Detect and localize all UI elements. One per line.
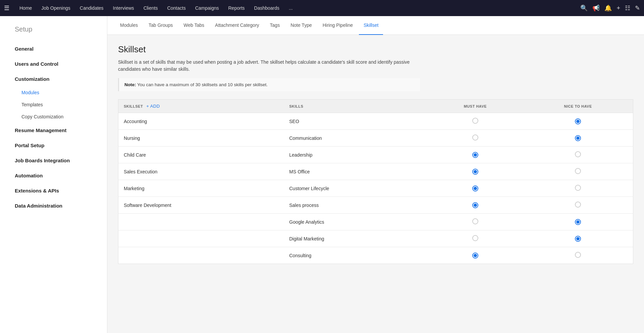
must-have-cell[interactable] xyxy=(428,163,523,180)
table-row: Digital Marketing xyxy=(118,230,633,247)
skillset-cell xyxy=(118,230,284,247)
must-have-radio[interactable] xyxy=(472,202,478,208)
nice-to-have-cell[interactable] xyxy=(523,113,633,130)
add-skillset-button[interactable]: + Add xyxy=(146,104,160,109)
nice-to-have-radio[interactable] xyxy=(575,185,581,191)
sidebar-item-job-boards-integration[interactable]: Job Boards Integration xyxy=(0,153,107,168)
skill-cell: MS Office xyxy=(284,163,427,180)
tab-tags[interactable]: Tags xyxy=(265,16,285,35)
nav-clients[interactable]: Clients xyxy=(139,0,163,16)
sidebar-item-automation[interactable]: Automation xyxy=(0,168,107,183)
must-have-cell[interactable] xyxy=(428,130,523,147)
tab-attachment-category[interactable]: Attachment Category xyxy=(210,16,264,35)
sidebar-item-users-and-control[interactable]: Users and Control xyxy=(0,56,107,71)
nice-to-have-radio[interactable] xyxy=(575,118,581,124)
nav-candidates[interactable]: Candidates xyxy=(75,0,108,16)
nice-to-have-radio[interactable] xyxy=(575,202,581,208)
tabs-bar: Modules Tab Groups Web Tabs Attachment C… xyxy=(107,16,644,35)
sidebar-item-templates[interactable]: Templates xyxy=(0,99,107,111)
nice-to-have-radio[interactable] xyxy=(575,151,581,157)
sidebar-item-customization[interactable]: Customization xyxy=(0,71,107,87)
nice-to-have-cell[interactable] xyxy=(523,214,633,230)
nav-campaigns[interactable]: Campaigns xyxy=(191,0,224,16)
nice-to-have-cell[interactable] xyxy=(523,147,633,163)
skillset-cell: Software Development xyxy=(118,197,284,214)
tab-tab-groups[interactable]: Tab Groups xyxy=(144,16,177,35)
nice-to-have-cell[interactable] xyxy=(523,230,633,247)
nice-to-have-radio[interactable] xyxy=(575,168,581,174)
menu-icon[interactable]: ☰ xyxy=(4,4,9,12)
tab-modules[interactable]: Modules xyxy=(115,16,143,35)
skill-cell: Google Analytics xyxy=(284,214,427,230)
sidebar-item-resume-management[interactable]: Resume Management xyxy=(0,123,107,138)
table-header-row: SKILLSET + Add SKILLS MUST HAVE NICE TO … xyxy=(118,100,633,113)
nav-contacts[interactable]: Contacts xyxy=(162,0,190,16)
must-have-cell[interactable] xyxy=(428,247,523,264)
bell-icon[interactable]: 🔔 xyxy=(604,4,612,12)
tab-note-type[interactable]: Note Type xyxy=(286,16,317,35)
skill-cell: Leadership xyxy=(284,147,427,163)
must-have-radio[interactable] xyxy=(472,152,478,158)
must-have-radio[interactable] xyxy=(472,118,478,124)
must-have-cell[interactable] xyxy=(428,214,523,230)
nice-to-have-cell[interactable] xyxy=(523,130,633,147)
skillset-table: SKILLSET + Add SKILLS MUST HAVE NICE TO … xyxy=(118,99,633,264)
sidebar-item-extensions-apis[interactable]: Extensions & APIs xyxy=(0,183,107,198)
must-have-cell[interactable] xyxy=(428,230,523,247)
skillset-cell xyxy=(118,247,284,264)
must-have-cell[interactable] xyxy=(428,113,523,130)
nav-more[interactable]: ... xyxy=(284,0,298,16)
must-have-cell[interactable] xyxy=(428,147,523,163)
page-title: Skillset xyxy=(118,44,633,55)
sidebar: Setup General Users and Control Customiz… xyxy=(0,16,107,333)
table-row: Child CareLeadership xyxy=(118,147,633,163)
skill-cell: Consulting xyxy=(284,247,427,264)
note-label: Note: xyxy=(124,82,136,87)
sidebar-item-modules[interactable]: Modules xyxy=(0,87,107,99)
tab-hiring-pipeline[interactable]: Hiring Pipeline xyxy=(318,16,358,35)
skillset-cell: Accounting xyxy=(118,113,284,130)
skillset-cell: Nursing xyxy=(118,130,284,147)
must-have-radio[interactable] xyxy=(472,185,478,191)
sidebar-item-data-administration[interactable]: Data Administration xyxy=(0,198,107,213)
nice-to-have-radio[interactable] xyxy=(575,236,581,242)
nice-to-have-radio[interactable] xyxy=(575,219,581,225)
note-box: Note: You can have a maximum of 30 skill… xyxy=(118,78,420,91)
nice-to-have-cell[interactable] xyxy=(523,197,633,214)
nice-to-have-radio[interactable] xyxy=(575,252,581,258)
must-have-radio[interactable] xyxy=(472,169,478,175)
tab-skillset[interactable]: Skillset xyxy=(359,16,383,35)
nav-home[interactable]: Home xyxy=(15,0,37,16)
nav-job-openings[interactable]: Job Openings xyxy=(37,0,75,16)
add-icon[interactable]: + xyxy=(616,5,620,12)
must-have-radio[interactable] xyxy=(472,235,478,241)
nice-to-have-cell[interactable] xyxy=(523,180,633,197)
skill-cell: Sales process xyxy=(284,197,427,214)
settings-icon[interactable]: ✎ xyxy=(635,4,640,12)
must-have-radio[interactable] xyxy=(472,134,478,141)
tab-web-tabs[interactable]: Web Tabs xyxy=(179,16,209,35)
note-text: You can have a maximum of 30 skillsets a… xyxy=(137,82,268,87)
table-row: Consulting xyxy=(118,247,633,264)
nav-reports[interactable]: Reports xyxy=(224,0,250,16)
page-content: Skillset Skillset is a set of skills tha… xyxy=(107,35,644,333)
sidebar-item-portal-setup[interactable]: Portal Setup xyxy=(0,138,107,153)
nice-to-have-cell[interactable] xyxy=(523,163,633,180)
sidebar-item-copy-customization[interactable]: Copy Customization xyxy=(0,111,107,123)
must-have-radio[interactable] xyxy=(472,253,478,259)
grid-icon[interactable]: ☷ xyxy=(625,4,630,12)
must-have-cell[interactable] xyxy=(428,197,523,214)
skill-cell: SEO xyxy=(284,113,427,130)
nice-to-have-cell[interactable] xyxy=(523,247,633,264)
sidebar-item-general[interactable]: General xyxy=(0,41,107,56)
table-row: AccountingSEO xyxy=(118,113,633,130)
search-icon[interactable]: 🔍 xyxy=(580,4,588,12)
megaphone-icon[interactable]: 📢 xyxy=(592,4,600,12)
must-have-radio[interactable] xyxy=(472,218,478,224)
nav-interviews[interactable]: Interviews xyxy=(108,0,139,16)
must-have-cell[interactable] xyxy=(428,180,523,197)
nav-dashboards[interactable]: Dashboards xyxy=(250,0,284,16)
nice-to-have-radio[interactable] xyxy=(575,135,581,141)
content-area: Modules Tab Groups Web Tabs Attachment C… xyxy=(107,16,644,333)
skillset-cell[interactable]: Sales Execution xyxy=(118,163,284,180)
